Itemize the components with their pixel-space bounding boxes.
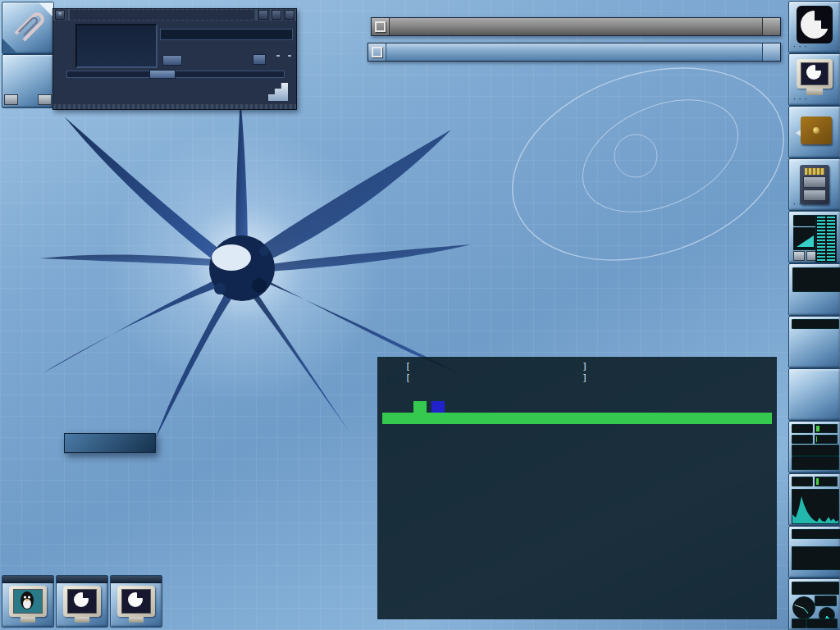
player-lcd [75, 24, 158, 68]
wmnd-traffic-graph [792, 546, 840, 570]
mixer-prev-channel-button[interactable] [793, 251, 805, 261]
sysmon-uptime-clock [792, 456, 839, 470]
seek-handle[interactable] [149, 70, 176, 79]
miniwindow-titlebar [57, 576, 107, 583]
eq-button[interactable] [276, 55, 280, 57]
cpuload-bar [815, 477, 838, 486]
miniwindow-xterm-1[interactable] [56, 575, 108, 628]
dockapp-wmnd[interactable] [788, 526, 840, 578]
miniaturize-icon [375, 21, 386, 32]
itime-analog-clock [792, 596, 815, 619]
player-resize-bar[interactable] [53, 104, 296, 109]
drawer-icon [801, 116, 832, 144]
player-close-button[interactable] [285, 10, 294, 20]
audio-player-window[interactable]: ≡ [52, 8, 297, 110]
dockapp-cpuload[interactable] [788, 473, 840, 526]
sysmon-uptime-days [792, 445, 839, 456]
swap-meter: [ ] [382, 372, 587, 384]
spectrum-analyzer [80, 51, 153, 64]
miniaturize-icon [372, 47, 382, 57]
mixer-level-meters [815, 215, 837, 262]
mem-meter: [ ] [382, 361, 587, 372]
terminal2-close-button[interactable] [762, 43, 780, 61]
tab-main[interactable] [413, 401, 427, 413]
player-titlebar[interactable]: ≡ [53, 9, 296, 21]
mixer-volume-value [793, 215, 816, 226]
playlist-button[interactable] [288, 55, 291, 57]
terminal-window-shaded-2[interactable] [368, 43, 781, 62]
tab-io[interactable] [431, 401, 445, 413]
wm-monitor-icon [63, 586, 101, 623]
htop-tabs [382, 401, 772, 413]
debian-root-menu[interactable] [64, 433, 156, 454]
wm-monitor-icon [117, 586, 155, 623]
balance-handle[interactable] [253, 54, 266, 65]
terminal-window-shaded-1[interactable] [371, 17, 781, 36]
miniwindow-linux-terminal[interactable] [2, 575, 54, 628]
dockapp-mixer[interactable] [788, 211, 840, 263]
miniwindow-xterm-2[interactable] [110, 575, 162, 628]
tasks-line [587, 361, 772, 372]
desktop: { "wallpaper": {"watermark": "entropy"},… [0, 0, 840, 630]
terminal1-miniaturize-button[interactable] [372, 18, 390, 35]
terminal1-title [390, 18, 762, 35]
file-cabinet-icon [800, 165, 829, 204]
load-average-line [587, 372, 772, 384]
dock-tile-wmaker[interactable]: ··· [788, 1, 840, 53]
volume-handle[interactable] [162, 55, 182, 66]
terminal1-close-button[interactable] [762, 18, 780, 35]
player-menu-button[interactable]: ≡ [55, 10, 65, 20]
track-title-marquee [160, 29, 293, 40]
itime-weekday [792, 619, 806, 628]
tux-monitor-icon [9, 586, 47, 623]
sysmon-swap-bar [815, 435, 838, 444]
cpuload-label [792, 477, 813, 486]
dock-tile-drawer[interactable] [788, 106, 840, 158]
cpuload-graph [792, 489, 839, 524]
windowmaker-logo-icon [797, 6, 833, 43]
wmusic-lcd [792, 267, 840, 292]
dockapp-wmusic[interactable] [788, 263, 840, 316]
menu-titlebar[interactable] [64, 433, 156, 453]
dockapp-wmtop[interactable] [788, 368, 840, 421]
htop-window[interactable]: [ ] [ ] [377, 357, 777, 619]
sysmon-swap-label [792, 435, 813, 444]
itime-internet-beats [815, 596, 837, 606]
uptime-line [587, 384, 772, 395]
seek-bar[interactable] [66, 71, 285, 78]
itime-date [806, 619, 838, 628]
miniwindow-titlebar [2, 576, 53, 583]
menu-items [64, 453, 156, 454]
sysmon-mem-label [792, 424, 813, 433]
pager-prev-button[interactable] [4, 94, 18, 105]
dockapp-itime[interactable] [788, 578, 840, 630]
terminal2-title [386, 43, 762, 61]
dock-tile-xterm[interactable]: ··· [788, 53, 840, 106]
player-shade-button[interactable] [272, 10, 281, 20]
function-key-bar [377, 606, 777, 619]
dockapp-weather[interactable] [788, 316, 840, 368]
dock: ··· ··· ··· [788, 0, 840, 630]
pager-next-button[interactable] [38, 94, 52, 105]
wallpaper-swirls [484, 33, 812, 304]
dockapp-sysmon[interactable] [788, 421, 840, 473]
terminal-monitor-icon [797, 59, 833, 97]
player-window-title [70, 10, 253, 20]
sysmon-mem-bar [815, 424, 838, 433]
mixer-volume-ramp[interactable] [793, 227, 818, 250]
paperclip-icon [11, 12, 45, 43]
dock-tile-filecabinet[interactable]: ··· [788, 158, 840, 211]
player-minimize-button[interactable] [258, 10, 268, 20]
process-table-header[interactable] [382, 413, 772, 424]
terminal2-miniaturize-button[interactable] [368, 43, 386, 61]
pager-dockapp[interactable] [2, 54, 54, 108]
itime-digital-clock [792, 582, 839, 595]
miniwindow-titlebar [111, 576, 162, 583]
volume-stairs-icon [268, 83, 288, 101]
workspace-clip[interactable] [2, 2, 54, 54]
